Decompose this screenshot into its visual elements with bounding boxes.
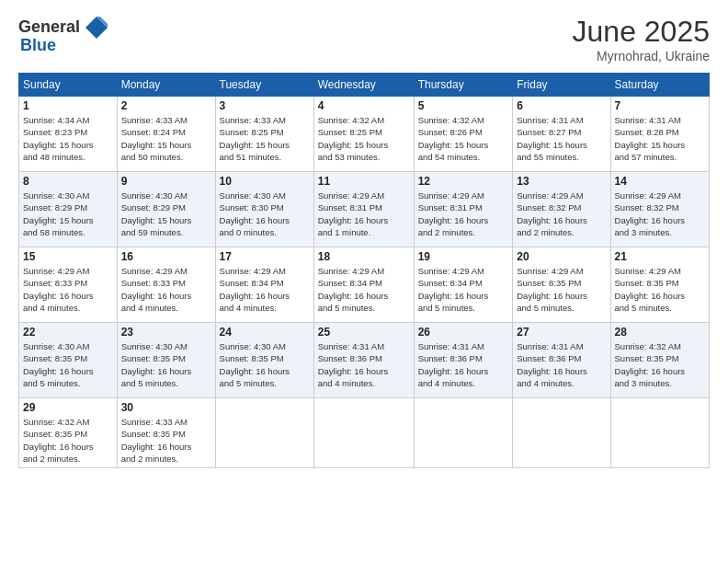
day-number: 12 bbox=[418, 175, 509, 188]
day-number: 20 bbox=[517, 250, 606, 263]
day-number: 27 bbox=[517, 326, 606, 339]
calendar-day-cell: 4Sunrise: 4:32 AMSunset: 8:25 PMDaylight… bbox=[313, 97, 414, 172]
calendar-day-cell bbox=[414, 398, 513, 468]
day-info: Sunrise: 4:30 AMSunset: 8:29 PMDaylight:… bbox=[121, 190, 211, 238]
day-info: Sunrise: 4:32 AMSunset: 8:35 PMDaylight:… bbox=[23, 416, 113, 465]
calendar-day-cell bbox=[313, 398, 414, 468]
calendar-day-cell: 11Sunrise: 4:29 AMSunset: 8:31 PMDayligh… bbox=[313, 172, 414, 247]
day-info: Sunrise: 4:31 AMSunset: 8:27 PMDaylight:… bbox=[517, 114, 606, 163]
day-info: Sunrise: 4:29 AMSunset: 8:34 PMDaylight:… bbox=[318, 265, 410, 314]
day-number: 28 bbox=[615, 326, 705, 339]
calendar-day-cell: 6Sunrise: 4:31 AMSunset: 8:27 PMDaylight… bbox=[513, 97, 610, 172]
calendar-day-cell: 27Sunrise: 4:31 AMSunset: 8:36 PMDayligh… bbox=[513, 323, 610, 398]
calendar-day-cell: 16Sunrise: 4:29 AMSunset: 8:33 PMDayligh… bbox=[117, 247, 215, 323]
calendar-day-cell: 12Sunrise: 4:29 AMSunset: 8:31 PMDayligh… bbox=[414, 172, 513, 247]
page: General Blue June 2025 Myrnohrad, Ukrain… bbox=[0, 0, 728, 563]
day-number: 26 bbox=[418, 326, 509, 339]
day-number: 30 bbox=[121, 401, 211, 414]
day-info: Sunrise: 4:32 AMSunset: 8:26 PMDaylight:… bbox=[418, 114, 509, 163]
calendar-day-cell: 25Sunrise: 4:31 AMSunset: 8:36 PMDayligh… bbox=[313, 323, 414, 398]
day-info: Sunrise: 4:29 AMSunset: 8:33 PMDaylight:… bbox=[23, 265, 113, 314]
day-number: 17 bbox=[220, 250, 310, 263]
calendar-day-cell: 24Sunrise: 4:30 AMSunset: 8:35 PMDayligh… bbox=[215, 323, 313, 398]
day-info: Sunrise: 4:30 AMSunset: 8:35 PMDaylight:… bbox=[220, 340, 310, 389]
calendar-week-row: 29Sunrise: 4:32 AMSunset: 8:35 PMDayligh… bbox=[19, 398, 710, 468]
day-number: 1 bbox=[23, 99, 113, 112]
calendar-week-row: 22Sunrise: 4:30 AMSunset: 8:35 PMDayligh… bbox=[19, 323, 710, 398]
day-number: 23 bbox=[121, 326, 211, 339]
day-info: Sunrise: 4:33 AMSunset: 8:24 PMDaylight:… bbox=[121, 114, 211, 163]
calendar-day-cell: 29Sunrise: 4:32 AMSunset: 8:35 PMDayligh… bbox=[19, 398, 118, 468]
calendar-day-cell: 28Sunrise: 4:32 AMSunset: 8:35 PMDayligh… bbox=[610, 323, 709, 398]
calendar-day-cell: 23Sunrise: 4:30 AMSunset: 8:35 PMDayligh… bbox=[117, 323, 215, 398]
calendar-day-cell bbox=[215, 398, 313, 468]
day-info: Sunrise: 4:29 AMSunset: 8:31 PMDaylight:… bbox=[318, 190, 410, 238]
day-info: Sunrise: 4:29 AMSunset: 8:32 PMDaylight:… bbox=[517, 190, 606, 238]
calendar-week-row: 15Sunrise: 4:29 AMSunset: 8:33 PMDayligh… bbox=[19, 247, 710, 323]
day-info: Sunrise: 4:29 AMSunset: 8:31 PMDaylight:… bbox=[418, 190, 509, 238]
day-info: Sunrise: 4:31 AMSunset: 8:36 PMDaylight:… bbox=[418, 340, 509, 389]
calendar-day-cell: 26Sunrise: 4:31 AMSunset: 8:36 PMDayligh… bbox=[414, 323, 513, 398]
calendar-day-cell: 13Sunrise: 4:29 AMSunset: 8:32 PMDayligh… bbox=[513, 172, 610, 247]
day-number: 5 bbox=[418, 99, 509, 112]
day-info: Sunrise: 4:30 AMSunset: 8:35 PMDaylight:… bbox=[23, 340, 113, 389]
day-number: 16 bbox=[121, 250, 211, 263]
calendar-header-row: SundayMondayTuesdayWednesdayThursdayFrid… bbox=[19, 74, 710, 97]
day-number: 4 bbox=[318, 99, 410, 112]
calendar-header-sunday: Sunday bbox=[19, 74, 118, 97]
logo: General Blue bbox=[18, 15, 109, 55]
day-info: Sunrise: 4:32 AMSunset: 8:25 PMDaylight:… bbox=[318, 114, 410, 163]
day-number: 24 bbox=[220, 326, 310, 339]
day-number: 18 bbox=[318, 250, 410, 263]
day-info: Sunrise: 4:32 AMSunset: 8:35 PMDaylight:… bbox=[615, 340, 705, 389]
logo-icon bbox=[84, 15, 109, 40]
day-number: 25 bbox=[318, 326, 410, 339]
calendar-header-wednesday: Wednesday bbox=[313, 74, 414, 97]
calendar-day-cell: 22Sunrise: 4:30 AMSunset: 8:35 PMDayligh… bbox=[19, 323, 118, 398]
day-number: 10 bbox=[220, 175, 310, 188]
svg-marker-0 bbox=[85, 17, 108, 39]
calendar-header-tuesday: Tuesday bbox=[215, 74, 313, 97]
calendar-day-cell: 21Sunrise: 4:29 AMSunset: 8:35 PMDayligh… bbox=[610, 247, 709, 323]
calendar-header-thursday: Thursday bbox=[414, 74, 513, 97]
calendar-week-row: 1Sunrise: 4:34 AMSunset: 8:23 PMDaylight… bbox=[19, 97, 710, 172]
logo-general-text: General bbox=[18, 18, 80, 37]
day-info: Sunrise: 4:31 AMSunset: 8:36 PMDaylight:… bbox=[517, 340, 606, 389]
calendar-header-saturday: Saturday bbox=[610, 74, 709, 97]
day-number: 19 bbox=[418, 250, 509, 263]
day-info: Sunrise: 4:31 AMSunset: 8:28 PMDaylight:… bbox=[615, 114, 705, 163]
calendar-day-cell: 5Sunrise: 4:32 AMSunset: 8:26 PMDaylight… bbox=[414, 97, 513, 172]
day-info: Sunrise: 4:33 AMSunset: 8:25 PMDaylight:… bbox=[220, 114, 310, 163]
day-number: 14 bbox=[615, 175, 705, 188]
day-info: Sunrise: 4:29 AMSunset: 8:33 PMDaylight:… bbox=[121, 265, 211, 314]
title-month: June 2025 bbox=[573, 15, 710, 49]
day-number: 9 bbox=[121, 175, 211, 188]
day-info: Sunrise: 4:29 AMSunset: 8:34 PMDaylight:… bbox=[418, 265, 509, 314]
day-info: Sunrise: 4:30 AMSunset: 8:35 PMDaylight:… bbox=[121, 340, 211, 389]
day-number: 29 bbox=[23, 401, 113, 414]
day-info: Sunrise: 4:30 AMSunset: 8:29 PMDaylight:… bbox=[23, 190, 113, 238]
day-info: Sunrise: 4:29 AMSunset: 8:35 PMDaylight:… bbox=[615, 265, 705, 314]
calendar-day-cell: 2Sunrise: 4:33 AMSunset: 8:24 PMDaylight… bbox=[117, 97, 215, 172]
calendar-day-cell: 9Sunrise: 4:30 AMSunset: 8:29 PMDaylight… bbox=[117, 172, 215, 247]
day-number: 8 bbox=[23, 175, 113, 188]
title-block: June 2025 Myrnohrad, Ukraine bbox=[573, 15, 710, 63]
day-info: Sunrise: 4:29 AMSunset: 8:35 PMDaylight:… bbox=[517, 265, 606, 314]
calendar-day-cell: 3Sunrise: 4:33 AMSunset: 8:25 PMDaylight… bbox=[215, 97, 313, 172]
day-number: 13 bbox=[517, 175, 606, 188]
day-number: 2 bbox=[121, 99, 211, 112]
day-number: 6 bbox=[517, 99, 606, 112]
calendar-day-cell: 10Sunrise: 4:30 AMSunset: 8:30 PMDayligh… bbox=[215, 172, 313, 247]
calendar-day-cell: 7Sunrise: 4:31 AMSunset: 8:28 PMDaylight… bbox=[610, 97, 709, 172]
calendar-day-cell: 18Sunrise: 4:29 AMSunset: 8:34 PMDayligh… bbox=[313, 247, 414, 323]
day-info: Sunrise: 4:34 AMSunset: 8:23 PMDaylight:… bbox=[23, 114, 113, 163]
calendar-day-cell: 20Sunrise: 4:29 AMSunset: 8:35 PMDayligh… bbox=[513, 247, 610, 323]
calendar-day-cell bbox=[610, 398, 709, 468]
day-info: Sunrise: 4:33 AMSunset: 8:35 PMDaylight:… bbox=[121, 416, 211, 465]
day-info: Sunrise: 4:29 AMSunset: 8:32 PMDaylight:… bbox=[615, 190, 705, 238]
day-number: 22 bbox=[23, 326, 113, 339]
calendar-day-cell: 30Sunrise: 4:33 AMSunset: 8:35 PMDayligh… bbox=[117, 398, 215, 468]
day-info: Sunrise: 4:29 AMSunset: 8:34 PMDaylight:… bbox=[220, 265, 310, 314]
day-number: 21 bbox=[615, 250, 705, 263]
title-location: Myrnohrad, Ukraine bbox=[573, 49, 710, 63]
